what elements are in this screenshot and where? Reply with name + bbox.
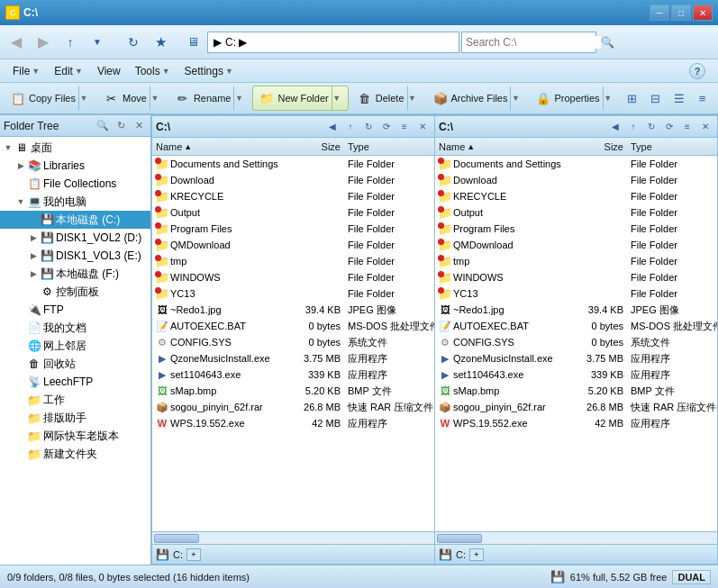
tree-item-libraries[interactable]: ▶ 📚 Libraries <box>0 157 150 175</box>
table-row[interactable]: 📁 Output File Folder <box>435 204 717 221</box>
table-row[interactable]: 📁 WINDOWS File Folder <box>152 269 434 285</box>
tree-toggle-desktop[interactable]: ▼ <box>2 141 14 154</box>
left-nav-btn5[interactable]: ≡ <box>396 120 413 134</box>
move-arrow[interactable]: ▼ <box>150 86 160 111</box>
right-scrollbar[interactable] <box>435 531 717 544</box>
right-nav-up[interactable]: ↑ <box>625 120 641 134</box>
right-col-type[interactable]: Type <box>627 141 717 152</box>
right-col-size[interactable]: Size <box>564 141 627 152</box>
menu-settings[interactable]: Settings ▼ <box>177 62 241 80</box>
tree-item-desktop[interactable]: ▼ 🖥 桌面 <box>0 139 150 157</box>
table-row[interactable]: 📦 sogou_pinyin_62f.rar 26.8 MB 快速 RAR 压缩… <box>152 399 434 415</box>
left-nav-btn4[interactable]: ⟳ <box>378 120 395 134</box>
up-button[interactable]: ↑ <box>58 30 83 55</box>
left-footer-btn[interactable]: + <box>186 548 201 561</box>
tree-toggle-ddrive[interactable]: ▶ <box>27 231 40 244</box>
table-row[interactable]: 🖼 ~Redo1.jpg 39.4 KB JPEG 图像 <box>152 302 434 318</box>
folder-tree-close-button[interactable]: ✕ <box>131 119 147 133</box>
left-nav-prev[interactable]: ◀ <box>324 120 341 134</box>
table-row[interactable]: ▶ set1104643.exe 339 KB 应用程序 <box>435 366 717 383</box>
new-folder-button[interactable]: 📁 New Folder ▼ <box>252 86 348 111</box>
table-row[interactable]: 📁 Program Files File Folder <box>152 221 434 237</box>
table-row[interactable]: 📁 KRECYCLE File Folder <box>435 188 717 204</box>
left-scrollbar[interactable] <box>152 531 434 544</box>
table-row[interactable]: 📁 Output File Folder <box>152 204 434 221</box>
table-row[interactable]: 📁 Download File Folder <box>435 172 717 188</box>
left-nav-up[interactable]: ↑ <box>342 120 359 134</box>
table-row[interactable]: ⚙ CONFIG.SYS 0 bytes 系统文件 <box>152 334 434 350</box>
menu-view[interactable]: View <box>90 62 128 80</box>
table-row[interactable]: ⚙ CONFIG.SYS 0 bytes 系统文件 <box>435 334 717 350</box>
table-row[interactable]: 🖼 sMap.bmp 5.20 KB BMP 文件 <box>435 383 717 399</box>
tree-item-collections[interactable]: ▶ 📋 File Collections <box>0 175 150 193</box>
table-row[interactable]: ▶ QzoneMusicInstall.exe 3.75 MB 应用程序 <box>152 350 434 366</box>
menu-file[interactable]: File ▼ <box>5 62 47 80</box>
right-nav-btn5[interactable]: ≡ <box>679 120 695 134</box>
delete-button[interactable]: 🗑 Delete ▼ <box>350 86 424 111</box>
folder-tree-search-button[interactable]: 🔍 <box>95 119 111 133</box>
nav-icon-button[interactable]: 🖥 <box>180 30 205 55</box>
table-row[interactable]: 📁 Documents and Settings File Folder <box>435 156 717 172</box>
table-row[interactable]: 📝 AUTOEXEC.BAT 0 bytes MS-DOS 批处理文件 <box>152 318 434 334</box>
right-nav-prev[interactable]: ◀ <box>607 120 623 134</box>
table-row[interactable]: 📁 KRECYCLE File Folder <box>152 188 434 204</box>
menu-tools[interactable]: Tools ▼ <box>128 62 177 80</box>
left-col-size[interactable]: Size <box>281 141 344 152</box>
table-row[interactable]: W WPS.19.552.exe 42 MB 应用程序 <box>435 415 717 431</box>
tree-item-mycomputer[interactable]: ▼ 💻 我的电脑 <box>0 193 150 211</box>
left-scrollbar-thumb[interactable] <box>154 534 199 543</box>
copy-files-arrow[interactable]: ▼ <box>78 86 89 111</box>
search-input[interactable] <box>466 36 601 49</box>
move-button[interactable]: ✂ Move ▼ <box>97 86 167 111</box>
tree-item-cdrive[interactable]: ▶ 💾 本地磁盘 (C:) <box>0 211 150 229</box>
new-folder-arrow[interactable]: ▼ <box>332 86 342 111</box>
tree-toggle-edrive[interactable]: ▶ <box>27 249 40 262</box>
right-scrollbar-thumb[interactable] <box>437 534 482 543</box>
right-nav-refresh[interactable]: ↻ <box>643 120 659 134</box>
table-row[interactable]: 📁 WINDOWS File Folder <box>435 269 717 285</box>
table-row[interactable]: 📦 sogou_pinyin_62f.rar 26.8 MB 快速 RAR 压缩… <box>435 399 717 415</box>
copy-files-button[interactable]: 📋 Copy Files ▼ <box>4 86 95 111</box>
tree-item-typeset[interactable]: ▶ 📁 排版助手 <box>0 409 150 427</box>
table-row[interactable]: 📁 QMDownload File Folder <box>435 237 717 253</box>
tree-item-newfolder[interactable]: ▶ 📁 新建文件夹 <box>0 445 150 463</box>
table-row[interactable]: W WPS.19.552.exe 42 MB 应用程序 <box>152 415 434 431</box>
left-panel-close[interactable]: ✕ <box>414 120 431 134</box>
table-row[interactable]: 📝 AUTOEXEC.BAT 0 bytes MS-DOS 批处理文件 <box>435 318 717 334</box>
view-details[interactable]: ≡ <box>692 87 713 109</box>
search-icon[interactable]: 🔍 <box>601 36 614 49</box>
archive-files-button[interactable]: 📦 Archive Files ▼ <box>426 86 528 111</box>
view-large-icons[interactable]: ⊞ <box>622 87 643 109</box>
forward-button[interactable]: ▶ <box>31 30 56 55</box>
tree-toggle-mycomputer[interactable]: ▼ <box>14 195 27 208</box>
menu-help[interactable]: ? <box>682 60 713 82</box>
view-list[interactable]: ☰ <box>668 87 690 109</box>
tree-item-recycle[interactable]: ▶ 🗑 回收站 <box>0 355 150 373</box>
tree-item-ddrive[interactable]: ▶ 💾 DISK1_VOL2 (D:) <box>0 229 150 247</box>
folder-tree-refresh-button[interactable]: ↻ <box>113 119 129 133</box>
tree-toggle-libraries[interactable]: ▶ <box>14 159 27 172</box>
tree-item-network[interactable]: ▶ 🌐 网上邻居 <box>0 337 150 355</box>
view-thumbnails[interactable]: ▤ <box>715 87 718 109</box>
table-row[interactable]: 📁 QMDownload File Folder <box>152 237 434 253</box>
tree-item-work[interactable]: ▶ 📁 工作 <box>0 391 150 409</box>
tree-item-fdrive[interactable]: ▶ 💾 本地磁盘 (F:) <box>0 265 150 283</box>
left-col-type[interactable]: Type <box>344 141 434 152</box>
delete-arrow[interactable]: ▼ <box>407 86 418 111</box>
refresh-button[interactable]: ↻ <box>121 30 146 55</box>
minimize-button[interactable]: ─ <box>650 5 669 21</box>
table-row[interactable]: 🖼 ~Redo1.jpg 39.4 KB JPEG 图像 <box>435 302 717 318</box>
rename-button[interactable]: ✏ Rename ▼ <box>168 86 251 111</box>
history-dropdown-button[interactable]: ▼ <box>85 30 110 55</box>
menu-edit[interactable]: Edit ▼ <box>47 62 90 80</box>
tree-item-flashget[interactable]: ▶ 📁 网际快车老版本 <box>0 427 150 445</box>
table-row[interactable]: 📁 tmp File Folder <box>152 253 434 269</box>
table-row[interactable]: ▶ QzoneMusicInstall.exe 3.75 MB 应用程序 <box>435 350 717 366</box>
tree-item-edrive[interactable]: ▶ 💾 DISK1_VOL3 (E:) <box>0 247 150 265</box>
close-button[interactable]: ✕ <box>693 5 713 21</box>
maximize-button[interactable]: □ <box>671 5 691 21</box>
right-nav-btn4[interactable]: ⟳ <box>661 120 677 134</box>
table-row[interactable]: 📁 YC13 File Folder <box>152 285 434 302</box>
left-nav-refresh[interactable]: ↻ <box>360 120 377 134</box>
tree-item-ftp[interactable]: ▶ 🔌 FTP <box>0 301 150 319</box>
